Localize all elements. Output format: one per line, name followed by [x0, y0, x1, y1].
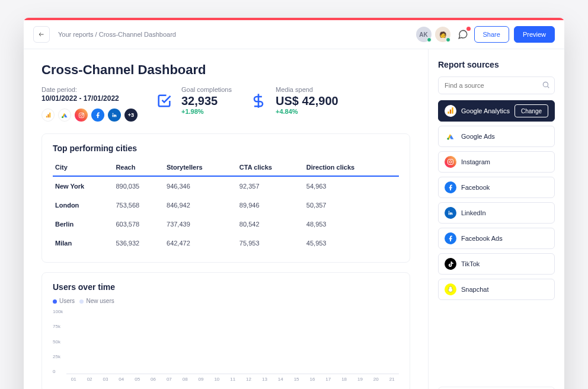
date-range: 10/01/2022 - 17/01/2022 — [41, 94, 138, 103]
source-label: Facebook — [461, 184, 490, 191]
tk2-icon — [445, 258, 456, 270]
svg-rect-12 — [448, 160, 453, 165]
fb2-icon — [445, 181, 456, 193]
svg-point-3 — [62, 116, 63, 118]
gad2-icon — [445, 130, 456, 142]
linkedin-icon — [108, 109, 121, 122]
google-ads-icon — [58, 109, 71, 122]
goal-value: 32,935 — [181, 94, 232, 108]
source-label: Google Ads — [461, 133, 495, 140]
svg-point-7 — [543, 82, 548, 87]
back-button[interactable] — [33, 26, 50, 43]
col-header: Storytellers — [164, 159, 237, 176]
date-block: Date period: 10/01/2022 - 17/01/2022 +3 — [41, 86, 138, 122]
col-header: Direction clicks — [304, 159, 399, 176]
sources-title: Report sources — [438, 60, 555, 69]
preview-button[interactable]: Preview — [514, 26, 555, 43]
source-label: Snapchat — [461, 286, 488, 293]
y-axis: 025k50k75k100k — [53, 309, 66, 374]
ig2-icon — [445, 156, 456, 168]
source-item[interactable]: Instagram — [438, 151, 555, 173]
col-header: City — [53, 159, 113, 176]
facebook-icon — [91, 109, 104, 122]
main-panel: Cross-Channel Dashboard Date period: 10/… — [24, 49, 428, 389]
instagram-icon — [75, 109, 88, 122]
source-item[interactable]: Google Ads — [438, 126, 555, 147]
chart-card: Users over time Users New users 025k50k7… — [41, 272, 410, 389]
side-panel: Report sources Google AnalyticsChangeGoo… — [428, 49, 564, 389]
goal-metric: Goal completions 32,935 +1.98% — [154, 86, 232, 115]
source-search — [438, 76, 555, 94]
table-row: Milan536,932642,47275,95345,953 — [53, 234, 399, 253]
presence-dot — [427, 37, 432, 42]
spend-label: Media spend — [276, 86, 338, 93]
chart-bars — [66, 309, 399, 374]
goal-label: Goal completions — [181, 86, 232, 93]
source-item[interactable]: LinkedIn — [438, 202, 555, 224]
li2-icon — [445, 207, 456, 219]
svg-rect-0 — [46, 116, 47, 117]
avatar-1[interactable]: AK — [416, 27, 432, 42]
table-row: New York890,035946,34692,35754,963 — [53, 176, 399, 196]
search-icon — [542, 81, 550, 91]
svg-point-11 — [447, 138, 449, 140]
breadcrumb[interactable]: Your reports / Cross-Channel Dashboard — [58, 31, 176, 38]
chat-icon[interactable] — [456, 28, 469, 41]
svg-rect-10 — [452, 107, 453, 114]
channel-chips: +3 — [41, 109, 138, 122]
spend-metric: Media spend US$ 42,900 +4.84% — [248, 86, 338, 115]
topbar: Your reports / Cross-Channel Dashboard A… — [24, 20, 564, 49]
svg-point-13 — [449, 161, 452, 163]
share-button[interactable]: Share — [474, 26, 509, 43]
search-input[interactable] — [438, 76, 555, 94]
source-item[interactable]: Snapchat — [438, 279, 555, 300]
cities-card: Top performing cities CityReachStorytell… — [41, 133, 410, 263]
source-label: Google Analytics — [461, 107, 510, 114]
table-row: Berlin603,578737,43980,54248,953 — [53, 215, 399, 234]
source-item[interactable]: Google AnalyticsChange — [438, 100, 555, 122]
change-button[interactable]: Change — [514, 104, 548, 117]
goal-delta: +1.98% — [181, 108, 232, 115]
svg-rect-8 — [448, 111, 449, 114]
cities-table: CityReachStorytellersCTA clicksDirection… — [53, 159, 399, 253]
svg-rect-2 — [49, 112, 50, 117]
chart-title: Users over time — [53, 282, 399, 292]
svg-rect-9 — [450, 110, 451, 114]
svg-point-5 — [80, 114, 82, 116]
google-analytics-icon — [41, 109, 55, 122]
source-item[interactable]: Facebook Ads — [438, 228, 555, 249]
source-item[interactable]: Facebook — [438, 177, 555, 198]
more-channels-chip[interactable]: +3 — [124, 109, 138, 122]
col-header: Reach — [113, 159, 164, 176]
notification-dot — [466, 27, 471, 31]
svg-point-6 — [82, 113, 83, 114]
presence-dot — [446, 37, 450, 42]
fba2-icon — [445, 232, 456, 244]
ga2-icon — [445, 105, 456, 117]
chart-legend: Users New users — [53, 298, 399, 304]
page-title: Cross-Channel Dashboard — [41, 62, 410, 78]
app-window: Your reports / Cross-Channel Dashboard A… — [24, 18, 564, 389]
source-label: Instagram — [461, 158, 490, 165]
summary-row: Date period: 10/01/2022 - 17/01/2022 +3 — [41, 86, 410, 122]
spend-delta: +4.84% — [276, 108, 338, 115]
source-item[interactable]: TikTok — [438, 253, 555, 275]
avatar-2[interactable]: 🧑 — [435, 27, 450, 42]
checkbox-icon — [154, 91, 174, 111]
dollar-icon — [248, 91, 269, 111]
sc2-icon — [445, 283, 456, 295]
cities-title: Top performing cities — [53, 144, 399, 153]
browse-channels[interactable]: Browse all channels — [438, 387, 555, 389]
x-axis: 0102030405060708091011121314151617181920… — [66, 377, 399, 382]
svg-rect-1 — [47, 114, 49, 117]
col-header: CTA clicks — [237, 159, 304, 176]
source-label: Facebook Ads — [461, 235, 503, 242]
table-row: London753,568846,94289,94650,357 — [53, 196, 399, 215]
date-label: Date period: — [41, 86, 138, 93]
source-label: LinkedIn — [461, 209, 486, 216]
source-label: TikTok — [461, 260, 480, 267]
spend-value: US$ 42,900 — [276, 94, 338, 108]
